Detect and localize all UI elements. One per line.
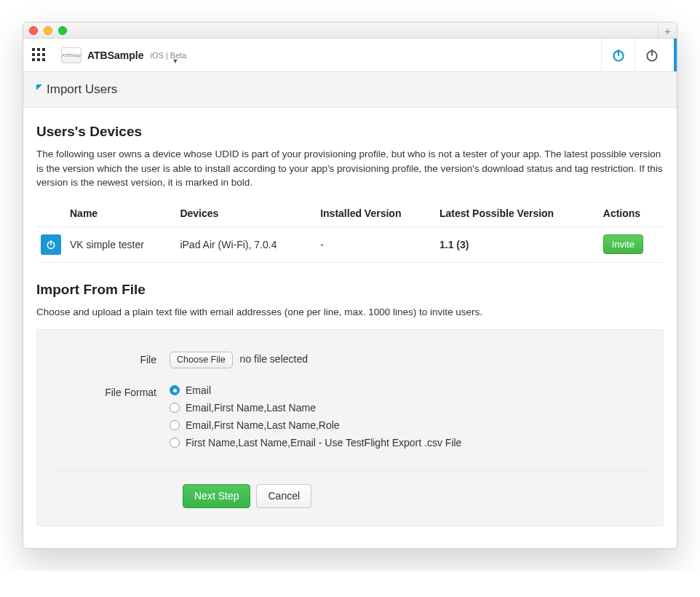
user-avatar-icon (41, 234, 61, 255)
format-row: File Format Email Email,First Name,Last … (53, 384, 647, 454)
new-tab-button[interactable]: + (658, 23, 677, 39)
devices-table: Name Devices Installed Version Latest Po… (36, 200, 664, 263)
cell-devices: iPad Air (Wi-Fi), 7.0.4 (175, 226, 316, 262)
cancel-button[interactable]: Cancel (256, 484, 311, 508)
next-step-button[interactable]: Next Step (183, 484, 250, 508)
cell-latest: 1.1 (3) (435, 226, 599, 262)
format-option-label: First Name,Last Name,Email - Use TestFli… (186, 437, 461, 448)
power-secondary-button[interactable] (635, 39, 668, 72)
power-icon (45, 239, 57, 250)
format-option-email-name-role[interactable]: Email,First Name,Last Name,Role (170, 419, 647, 431)
cell-name: VK simple tester (65, 226, 175, 262)
radio-icon (170, 420, 180, 430)
accent-edge (674, 39, 677, 71)
power-primary-button[interactable] (601, 39, 635, 72)
file-status-text: no file selected (240, 353, 308, 365)
format-option-email[interactable]: Email (170, 384, 647, 396)
close-window-button[interactable] (29, 26, 38, 35)
format-option-label: Email,First Name,Last Name,Role (186, 419, 340, 431)
import-form: File Choose File no file selected File F… (36, 329, 664, 526)
format-option-email-name[interactable]: Email,First Name,Last Name (170, 402, 647, 414)
radio-icon (170, 403, 180, 413)
breadcrumb-marker-icon (36, 84, 42, 90)
table-row: VK simple tester iPad Air (Wi-Fi), 7.0.4… (36, 226, 664, 262)
cell-installed: - (316, 226, 435, 262)
app-selector[interactable]: ATBSApp ATBSample iOS | Beta (61, 47, 186, 63)
radio-icon (170, 385, 180, 395)
page-title: Import Users (47, 82, 117, 97)
radio-icon (170, 438, 180, 448)
power-icon (611, 48, 626, 63)
app-toolbar: ATBSApp ATBSample iOS | Beta ▼ (23, 39, 677, 72)
import-description: Choose and upload a plain text file with… (36, 305, 664, 320)
power-icon (645, 48, 659, 63)
apps-grid-icon[interactable] (32, 48, 47, 63)
zoom-window-button[interactable] (58, 26, 67, 35)
app-platform-meta: iOS | Beta (151, 51, 187, 60)
app-thumbnail-icon: ATBSApp (61, 47, 81, 63)
file-label: File (53, 352, 170, 365)
app-window: + ATBSApp ATBSample iOS | Beta ▼ (23, 22, 677, 549)
col-devices: Devices (175, 200, 316, 227)
col-actions: Actions (599, 200, 664, 227)
divider (53, 470, 647, 471)
col-latest: Latest Possible Version (435, 200, 599, 227)
invite-button[interactable]: Invite (603, 234, 643, 255)
minimize-window-button[interactable] (44, 26, 52, 35)
file-row: File Choose File no file selected (53, 352, 647, 368)
format-option-label: Email (186, 384, 211, 396)
format-option-testflight[interactable]: First Name,Last Name,Email - Use TestFli… (170, 437, 647, 448)
col-name: Name (65, 200, 175, 227)
devices-heading: Users's Devices (36, 124, 664, 140)
breadcrumb: Import Users (23, 72, 677, 108)
window-titlebar: + (23, 23, 677, 39)
toolbar-right (601, 39, 668, 72)
format-label: File Format (53, 384, 170, 398)
chevron-down-icon: ▼ (172, 58, 178, 65)
app-name: ATBSample (87, 50, 144, 61)
page-content: Users's Devices The following user owns … (23, 108, 677, 548)
devices-description: The following user owns a device whose U… (36, 147, 664, 190)
import-heading: Import From File (36, 282, 664, 298)
col-installed: Installed Version (316, 200, 435, 227)
window-controls (29, 26, 67, 35)
choose-file-button[interactable]: Choose File (170, 352, 233, 368)
format-option-label: Email,First Name,Last Name (186, 402, 316, 414)
form-actions: Next Step Cancel (183, 484, 647, 508)
